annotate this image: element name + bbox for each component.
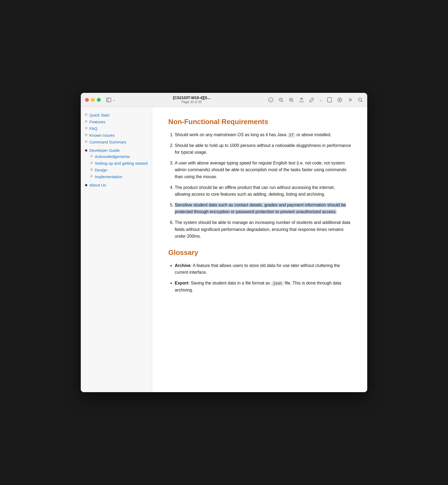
sidebar-section-developer-guide[interactable]: Developer Guide [89, 148, 120, 153]
svg-rect-12 [328, 97, 332, 102]
sidebar-item-setting-up[interactable]: Setting up and getting started [90, 160, 152, 166]
bullet-circle [90, 162, 93, 164]
search-icon[interactable] [358, 97, 363, 103]
sidebar-link-design[interactable]: Design [95, 167, 107, 173]
bullet-circle [85, 134, 87, 136]
sidebar-item-command-summary[interactable]: Command Summary [85, 139, 152, 145]
sidebar-nav: Quick Start Features FAQ [81, 112, 152, 187]
glossary-item-archive: Archive: A feature that allows users to … [175, 262, 351, 276]
nfr-item-1: Should work on any mainstream OS as long… [175, 131, 351, 138]
annotation-chevron[interactable]: ⌄ [319, 98, 322, 102]
nfr-italic: mainstream OS [214, 132, 244, 137]
nfr-list: Should work on any mainstream OS as long… [168, 131, 351, 240]
sidebar-link-implementation[interactable]: Implementation [95, 174, 122, 180]
svg-line-15 [361, 101, 362, 102]
bullet-dot [85, 149, 87, 152]
maximize-button[interactable] [97, 98, 101, 102]
sidebar-link-command-summary[interactable]: Command Summary [89, 139, 127, 145]
sidebar-section-about-us[interactable]: About Us [89, 183, 106, 187]
sidebar-link-features[interactable]: Features [89, 119, 105, 125]
bullet-circle [90, 175, 93, 177]
nfr-item-2: Should be able to hold up to 1000 person… [175, 142, 351, 156]
doc-content: Non-Functional Requirements Should work … [152, 107, 367, 392]
more-icon[interactable] [347, 97, 353, 103]
titlebar: ⌄ [CS2103T-W10-4][S... Page 30 of 35 [81, 93, 367, 107]
page-icon[interactable] [327, 97, 332, 103]
bullet-circle [90, 155, 93, 157]
nfr-item-6: The system should be able to manage an i… [175, 219, 351, 240]
toolbar-icons: ⌄ [268, 97, 363, 103]
sidebar-link-setting-up[interactable]: Setting up and getting started [95, 160, 148, 166]
markup-icon[interactable] [337, 97, 342, 103]
svg-point-14 [358, 98, 362, 101]
nfr-item-3: A user with above average typing speed f… [175, 160, 351, 180]
bullet-circle [85, 140, 87, 143]
nfr-highlighted-text: Sensitive student data such as contact d… [175, 203, 346, 214]
sidebar-item-quick-start[interactable]: Quick Start [85, 112, 152, 118]
close-button[interactable] [85, 98, 89, 102]
bullet-circle [90, 168, 93, 171]
nfr-heading: Non-Functional Requirements [168, 118, 351, 126]
doc-filename: [CS2103T-W10-4][S... [173, 95, 210, 100]
nfr-item-4: The product should be an offline product… [175, 184, 351, 198]
bullet-circle [85, 127, 87, 129]
share-icon[interactable] [299, 97, 304, 103]
svg-rect-0 [107, 98, 111, 102]
glossary-term-archive: Archive [175, 263, 191, 268]
minimize-button[interactable] [91, 98, 95, 102]
sidebar-item-implementation[interactable]: Implementation [90, 174, 152, 180]
zoom-out-icon[interactable] [278, 97, 284, 103]
sidebar-item-features[interactable]: Features [85, 119, 152, 125]
content-area: Quick Start Features FAQ [81, 107, 367, 392]
sidebar-item-known-issues[interactable]: Known Issues [85, 132, 152, 138]
sidebar-sublist-developer: Acknowledgements Setting up and getting … [85, 154, 152, 180]
sidebar-link-known-issues[interactable]: Known Issues [89, 132, 114, 138]
zoom-in-icon[interactable] [289, 97, 294, 103]
sidebar: Quick Start Features FAQ [81, 107, 152, 392]
sidebar-toggle-button[interactable]: ⌄ [106, 97, 115, 103]
glossary-term-export: Export [175, 281, 188, 285]
glossary-item-export: Export: Saving the student data in a fil… [175, 280, 351, 293]
glossary-heading: Glossary [168, 248, 351, 257]
bullet-circle [85, 120, 87, 122]
sidebar-link-quick-start[interactable]: Quick Start [89, 112, 109, 118]
doc-page: Page 30 of 35 [182, 100, 202, 104]
sidebar-item-faq[interactable]: FAQ [85, 126, 152, 131]
json-code: json [271, 281, 284, 286]
sidebar-link-faq[interactable]: FAQ [89, 126, 97, 131]
traffic-lights [85, 98, 101, 102]
sidebar-item-developer-guide[interactable]: Developer Guide Acknowledgements [85, 148, 152, 180]
svg-line-7 [282, 101, 283, 102]
app-window: ⌄ [CS2103T-W10-4][S... Page 30 of 35 [81, 93, 367, 392]
sidebar-item-about-us[interactable]: About Us [85, 183, 152, 187]
info-icon[interactable] [268, 97, 274, 103]
bullet-circle [85, 114, 87, 116]
java-version-code: 17 [288, 133, 295, 138]
sidebar-item-acknowledgements[interactable]: Acknowledgements [90, 154, 152, 159]
sidebar-link-acknowledgements[interactable]: Acknowledgements [95, 154, 130, 159]
bullet-dot [85, 184, 87, 186]
sidebar-item-design[interactable]: Design [90, 167, 152, 173]
doc-title-area: [CS2103T-W10-4][S... Page 30 of 35 [118, 95, 265, 104]
svg-line-11 [292, 101, 293, 102]
pen-icon[interactable] [309, 97, 314, 103]
nfr-item-5: Sensitive student data such as contact d… [175, 202, 351, 215]
glossary-list: Archive: A feature that allows users to … [168, 262, 351, 293]
